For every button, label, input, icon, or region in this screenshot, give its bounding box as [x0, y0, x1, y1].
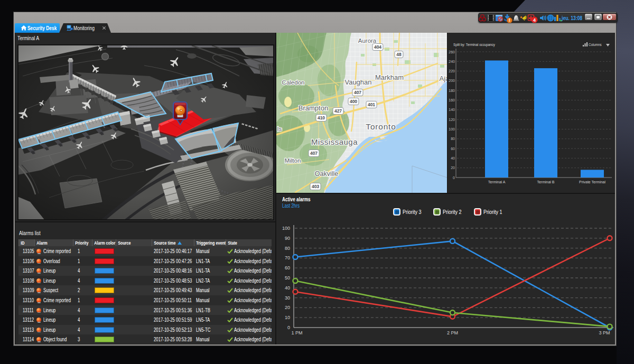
svg-text:30: 30 — [285, 295, 290, 301]
svg-text:ls: ls — [277, 126, 282, 132]
svg-text:427: 427 — [334, 108, 342, 114]
svg-text:100: 100 — [282, 226, 290, 231]
svg-text:120: 120 — [449, 118, 455, 122]
svg-text:4: 4 — [533, 17, 536, 23]
svg-text:Caledon: Caledon — [282, 79, 305, 86]
svg-text:Milton: Milton — [285, 157, 301, 164]
svg-text:Markham: Markham — [375, 73, 404, 81]
svg-text:240: 240 — [449, 60, 455, 63]
svg-text:80: 80 — [451, 137, 455, 141]
svg-text:Toronto: Toronto — [366, 122, 396, 131]
svg-text:0: 0 — [453, 176, 455, 180]
svg-text:Aja: Aja — [440, 74, 447, 82]
svg-text:160: 160 — [449, 98, 455, 102]
svg-text:Terminal B: Terminal B — [537, 180, 554, 184]
svg-text:140: 140 — [449, 108, 455, 111]
svg-text:260: 260 — [449, 50, 455, 54]
svg-text:48: 48 — [396, 52, 402, 57]
svg-text:400: 400 — [350, 99, 357, 104]
svg-text:410: 410 — [318, 115, 325, 120]
svg-text:Terminal A: Terminal A — [488, 180, 506, 184]
svg-text:200: 200 — [449, 79, 455, 82]
svg-text:20: 20 — [285, 305, 290, 310]
svg-text:403: 403 — [312, 184, 319, 189]
svg-text:90: 90 — [285, 236, 290, 241]
svg-text:60: 60 — [285, 265, 290, 270]
svg-text:80: 80 — [285, 246, 290, 251]
svg-text:Mississauga: Mississauga — [311, 137, 358, 146]
svg-text:20: 20 — [451, 166, 455, 170]
svg-text:0: 0 — [287, 325, 290, 330]
svg-text:50: 50 — [285, 275, 290, 281]
svg-text:40: 40 — [285, 285, 290, 291]
svg-text:220: 220 — [449, 69, 455, 73]
svg-text:Oakville: Oakville — [315, 170, 339, 178]
svg-text:180: 180 — [449, 89, 455, 92]
svg-text:1 PM: 1 PM — [291, 330, 302, 335]
svg-text:407: 407 — [310, 151, 318, 156]
svg-text:10: 10 — [285, 315, 290, 320]
svg-text:3 PM: 3 PM — [599, 330, 610, 335]
svg-text:401: 401 — [368, 102, 375, 107]
svg-text:Aurora: Aurora — [358, 38, 377, 44]
svg-text:Private Terminal: Private Terminal — [579, 180, 606, 184]
svg-text:Brampton: Brampton — [299, 104, 328, 112]
svg-text:407: 407 — [354, 90, 361, 95]
svg-text:Vaughan: Vaughan — [344, 78, 371, 86]
svg-text:!: ! — [509, 17, 510, 23]
svg-text:70: 70 — [285, 255, 290, 260]
svg-text:100: 100 — [449, 127, 455, 131]
svg-text:40: 40 — [451, 156, 455, 160]
svg-text:2 PM: 2 PM — [447, 330, 458, 335]
svg-text:60: 60 — [451, 147, 455, 151]
svg-text:404: 404 — [374, 44, 381, 50]
